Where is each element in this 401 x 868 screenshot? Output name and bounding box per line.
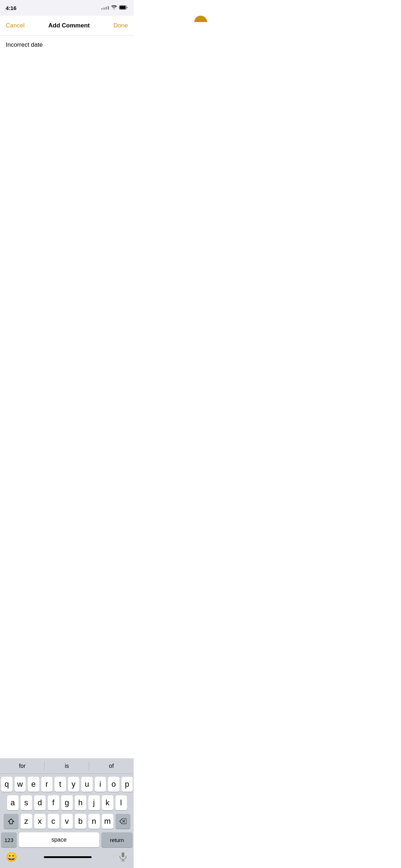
comment-text: Incorrect date: [6, 41, 43, 48]
cancel-button[interactable]: Cancel: [6, 22, 25, 29]
signal-icon: [101, 6, 109, 10]
nav-header: Cancel Add Comment Done: [0, 16, 134, 36]
wifi-icon: [111, 5, 117, 11]
comment-area[interactable]: Incorrect date: [0, 36, 134, 150]
svg-rect-1: [120, 6, 126, 9]
status-time: 4:16: [6, 5, 16, 11]
status-bar: 4:16: [0, 0, 134, 16]
status-icons: [101, 5, 128, 11]
battery-icon: [119, 5, 128, 11]
done-button[interactable]: Done: [113, 22, 128, 29]
page-title: Add Comment: [48, 22, 90, 29]
